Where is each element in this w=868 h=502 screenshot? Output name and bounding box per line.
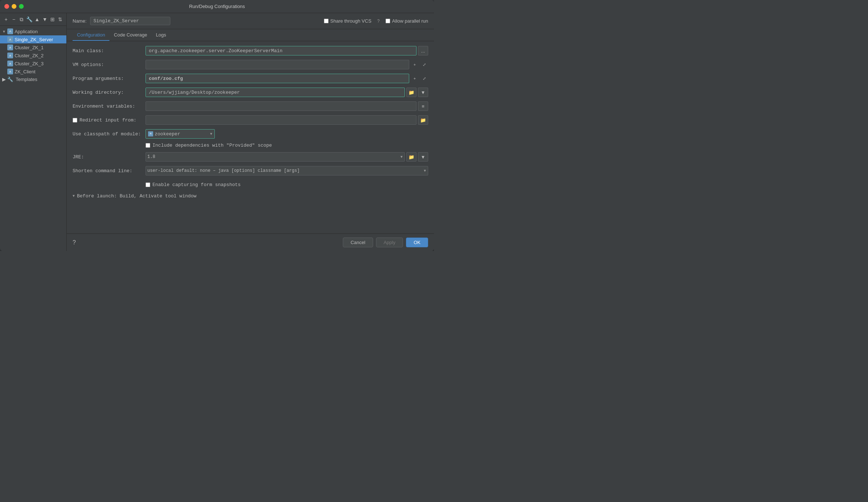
redirect-browse-button[interactable]: 📁 (418, 115, 428, 125)
redirect-input-label: Redirect input from: (80, 117, 136, 123)
wrench-icon: 🔧 (7, 77, 13, 82)
config-icon: A (7, 36, 13, 42)
jre-browse-button[interactable]: 📁 (406, 152, 416, 162)
capture-checkbox[interactable] (146, 182, 150, 187)
vm-options-row: VM options: + ⤢ (73, 59, 428, 70)
before-launch-row: ▼ Before launch: Build, Activate tool wi… (73, 193, 428, 199)
share-vcs-text: Share through VCS (330, 18, 372, 24)
jre-select[interactable]: 1.8 (146, 152, 405, 162)
sidebar-item-cluster-zk-1[interactable]: A Cluster_ZK_1 (0, 43, 66, 51)
jre-row: JRE: 1.8 ▼ 📁 ▼ (73, 152, 428, 162)
redirect-checkbox[interactable] (73, 118, 77, 123)
copy-config-button[interactable]: ⧉ (19, 15, 25, 23)
tab-logs[interactable]: Logs (151, 29, 170, 41)
shorten-cmd-label: Shorten command line: (73, 168, 146, 174)
module-icon: M (148, 131, 153, 136)
module-dropdown[interactable]: M zookeeper ▼ (146, 129, 215, 139)
ok-button[interactable]: OK (406, 238, 428, 247)
program-args-expand-button[interactable]: ⤢ (420, 74, 428, 82)
vm-options-expand-button[interactable]: ⤢ (420, 61, 428, 69)
settings-button[interactable]: 🔧 (26, 15, 32, 23)
program-args-input[interactable] (146, 74, 409, 83)
name-input[interactable] (90, 17, 170, 25)
parallel-run-text: Allow parallel run (392, 18, 428, 24)
tabs-row: Configuration Code Coverage Logs (67, 29, 434, 41)
jre-select-wrapper: 1.8 ▼ (146, 152, 405, 162)
maximize-button[interactable] (19, 4, 24, 9)
before-launch-label: Before launch: Build, Activate tool wind… (77, 193, 197, 199)
parallel-run-label[interactable]: Allow parallel run (385, 18, 428, 24)
program-args-row: Program arguments: + ⤢ (73, 73, 428, 84)
program-args-value-container: + ⤢ (146, 74, 428, 83)
add-config-button[interactable]: + (3, 15, 9, 23)
remove-config-button[interactable]: − (11, 15, 17, 23)
name-row: Name: Share through VCS ? Allow parallel… (67, 13, 434, 29)
sidebar-item-label: Cluster_ZK_3 (15, 61, 43, 66)
share-vcs-label[interactable]: Share through VCS (324, 18, 372, 24)
main-class-value-container: ... (146, 46, 428, 55)
main-class-label: Main class: (73, 48, 146, 54)
redirect-input-field[interactable] (146, 115, 416, 125)
sidebar: + − ⧉ 🔧 ▲ ▼ ⊞ ⇅ ▼ A Application A Single… (0, 13, 67, 251)
classpath-module-row: Use classpath of module: M zookeeper ▼ (73, 129, 428, 139)
provided-scope-label[interactable]: Include dependencies with "Provided" sco… (152, 143, 272, 148)
working-dir-dropdown-button[interactable]: ▼ (418, 88, 428, 97)
env-vars-row: Environment variables: ≡ (73, 101, 428, 111)
vm-options-value-container: + ⤢ (146, 60, 428, 69)
jre-dropdown-button[interactable]: ▼ (418, 152, 428, 162)
sort-button[interactable]: ⇅ (57, 15, 63, 23)
working-dir-input[interactable] (146, 88, 405, 97)
group-arrow: ▼ (2, 30, 6, 34)
env-vars-edit-button[interactable]: ≡ (418, 101, 428, 111)
config-icon: A (7, 45, 13, 50)
main-panel: Name: Share through VCS ? Allow parallel… (67, 13, 434, 251)
minimize-button[interactable] (12, 4, 16, 9)
move-up-button[interactable]: ▲ (34, 15, 40, 23)
sidebar-item-label: Cluster_ZK_1 (15, 45, 43, 50)
footer: ? Cancel Apply OK (67, 233, 434, 251)
classpath-label: Use classpath of module: (73, 131, 146, 137)
run-debug-config-window: Run/Debug Configurations + − ⧉ 🔧 ▲ ▼ ⊞ ⇅… (0, 0, 434, 251)
working-dir-value-container: 📁 ▼ (146, 88, 428, 97)
config-area: Main class: ... VM options: + ⤢ (67, 41, 434, 233)
sidebar-item-cluster-zk-2[interactable]: A Cluster_ZK_2 (0, 51, 66, 59)
main-class-browse-button[interactable]: ... (418, 46, 428, 55)
capture-label[interactable]: Enable capturing form snapshots (152, 182, 241, 188)
vcs-help-icon[interactable]: ? (377, 19, 380, 24)
shorten-cmd-value-container: user-local default: none – java [options… (146, 166, 428, 175)
cancel-button[interactable]: Cancel (343, 238, 373, 247)
content-area: + − ⧉ 🔧 ▲ ▼ ⊞ ⇅ ▼ A Application A Single… (0, 13, 434, 251)
tab-code-coverage[interactable]: Code Coverage (109, 29, 151, 41)
env-vars-label: Environment variables: (73, 104, 146, 109)
main-class-input[interactable] (146, 46, 416, 55)
sidebar-toolbar: + − ⧉ 🔧 ▲ ▼ ⊞ ⇅ (0, 13, 66, 26)
working-dir-browse-button[interactable]: 📁 (406, 88, 416, 97)
templates-arrow: ▶ (2, 77, 6, 82)
close-button[interactable] (4, 4, 9, 9)
vm-options-input[interactable] (146, 60, 409, 69)
shorten-cmd-select[interactable]: user-local default: none – java [options… (146, 166, 428, 175)
help-button[interactable]: ? (73, 239, 76, 246)
apply-button[interactable]: Apply (376, 238, 403, 247)
parallel-run-checkbox[interactable] (385, 19, 390, 23)
vm-options-label: VM options: (73, 62, 146, 67)
env-vars-input[interactable] (146, 101, 416, 111)
vm-options-add-button[interactable]: + (411, 61, 419, 69)
folder-button[interactable]: ⊞ (50, 15, 56, 23)
group-icon: A (7, 28, 13, 34)
jre-label: JRE: (73, 154, 146, 160)
application-group-header[interactable]: ▼ A Application (0, 27, 66, 35)
sidebar-item-cluster-zk-3[interactable]: A Cluster_ZK_3 (0, 59, 66, 67)
window-controls (4, 4, 24, 9)
provided-scope-checkbox[interactable] (146, 143, 150, 148)
titlebar: Run/Debug Configurations (0, 0, 434, 13)
share-vcs-checkbox[interactable] (324, 19, 329, 23)
jre-value-container: 1.8 ▼ 📁 ▼ (146, 152, 428, 162)
tab-configuration[interactable]: Configuration (73, 29, 109, 41)
move-down-button[interactable]: ▼ (42, 15, 48, 23)
templates-item[interactable]: ▶ 🔧 Templates (0, 76, 66, 83)
sidebar-item-zk-client[interactable]: A ZK_Client (0, 67, 66, 76)
program-args-add-button[interactable]: + (411, 74, 419, 82)
module-name: zookeeper (155, 131, 209, 137)
sidebar-item-single-zk-server[interactable]: A Single_ZK_Server (0, 35, 66, 43)
